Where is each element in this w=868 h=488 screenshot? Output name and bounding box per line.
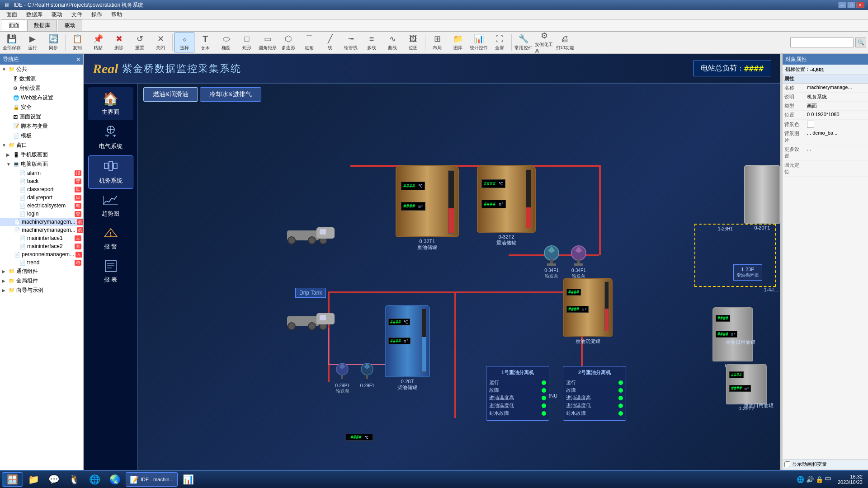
close-button[interactable]: ✕	[856, 2, 864, 8]
line-button[interactable]: ╱线	[320, 33, 340, 52]
tree-item-personnelmanage[interactable]: 📄 personnelmanagem... 人	[0, 250, 83, 258]
tree-item-classreport[interactable]: 📄 classreport 班	[0, 185, 83, 193]
sub-tab-cooling[interactable]: 冷却水&进排气	[200, 87, 261, 102]
taskbar-chrome[interactable]: 🌏	[105, 472, 125, 487]
bgcolor-swatch[interactable]	[807, 121, 814, 128]
anim-checkbox[interactable]	[784, 461, 790, 467]
tree-item-chuangkou[interactable]: ▼ 📁 窗口	[0, 141, 83, 150]
tab-database[interactable]: 数据库	[27, 19, 57, 31]
print-button[interactable]: 🖨打印功能	[555, 33, 575, 52]
arc-button[interactable]: ⌒弧形	[299, 33, 319, 52]
select-button[interactable]: ⬦选择	[175, 33, 194, 52]
tank-032T1[interactable]: #### ℃ #### m³ 0-32T1 重油储罐	[396, 165, 459, 251]
search-button[interactable]: 🔍	[855, 38, 866, 47]
tree-item-back[interactable]: 📄 back 背	[0, 177, 83, 185]
maximize-button[interactable]: □	[847, 2, 855, 8]
menu-file[interactable]: 文件	[67, 10, 87, 19]
tree-item-machinerymanage2[interactable]: 📄 machinerymanagem... 机	[0, 226, 83, 234]
common-tools-button[interactable]: 🔧常用控件	[514, 33, 533, 52]
sync-button[interactable]: 🔄同步	[43, 33, 63, 52]
nav-trend-chart[interactable]: 趋势图	[88, 190, 133, 222]
pump-034P1[interactable]: 0-34P1 输送泵	[570, 242, 588, 279]
tree-item-electricalsystem[interactable]: 📄 electricalsystem 电	[0, 202, 83, 210]
reset-button[interactable]: ↺重置	[130, 33, 150, 52]
rounded-rect-button[interactable]: ▭圆角矩形	[258, 33, 278, 52]
taskbar-penguin[interactable]: 🐧	[65, 472, 84, 487]
tree-item-maininterface1[interactable]: 📄 maininterface1 主	[0, 234, 83, 242]
tray-network-icon[interactable]: 🌐	[797, 476, 804, 483]
paste-button[interactable]: 📌粘贴	[88, 33, 108, 52]
polygon-button[interactable]: ⬡多边形	[278, 33, 298, 52]
tab-face[interactable]: 面面	[2, 19, 26, 31]
taskbar-qq[interactable]: 💬	[44, 472, 64, 487]
tree-item-login[interactable]: 📄 login 登	[0, 210, 83, 218]
taskbar-wps[interactable]: 📊	[179, 472, 198, 487]
ellipse-button[interactable]: ⬭椭圆	[216, 33, 236, 52]
multiline-button[interactable]: ≡多线	[362, 33, 382, 52]
tree-item-tongxin[interactable]: ▶ 📁 通信组件	[0, 267, 83, 276]
tray-security-icon[interactable]: 🔒	[816, 476, 823, 483]
nav-alarm[interactable]: 报 警	[88, 223, 133, 255]
rect-button[interactable]: □矩形	[237, 33, 257, 52]
tank-020T1[interactable]: 0-20T1	[744, 165, 780, 230]
bitmap-button[interactable]: 🖼位图	[403, 33, 423, 52]
pump-029F1[interactable]: 0-29F1	[359, 359, 375, 388]
minimize-button[interactable]: ─	[838, 2, 846, 8]
tray-input-icon[interactable]: 中	[825, 475, 831, 483]
nav-electrical-system[interactable]: 电气系统	[88, 121, 133, 155]
nav-report[interactable]: 报 表	[88, 256, 133, 288]
sub-tab-fuel[interactable]: 燃油&润滑油	[143, 87, 198, 102]
close-button[interactable]: ✕关闭	[151, 33, 170, 52]
taskbar-ie[interactable]: 🌐	[85, 472, 104, 487]
menu-database[interactable]: 数据库	[22, 10, 47, 19]
tree-item-machinerymanage1[interactable]: 📄 machinerymanagem... 机	[0, 218, 83, 226]
tree-item-shujuyuan[interactable]: 🗄 数据源	[0, 74, 83, 84]
taskbar-explorer[interactable]: 📁	[24, 472, 43, 487]
nav-main-interface[interactable]: 🏠 主界面	[88, 87, 133, 120]
text-button[interactable]: T文本	[195, 33, 215, 52]
tab-driver[interactable]: 驱动	[58, 19, 82, 31]
menu-operation[interactable]: 操作	[87, 10, 107, 19]
tree-item-qidong[interactable]: ⚙ 启动设置	[0, 84, 83, 93]
left-panel-close[interactable]: ✕	[76, 56, 80, 63]
copy-button[interactable]: 📋复制	[67, 33, 87, 52]
pump-034F1[interactable]: 0-34F1 输送泵	[542, 242, 561, 279]
nav-machinery-system[interactable]: 机务系统	[88, 155, 133, 189]
menu-face[interactable]: 面面	[2, 10, 22, 19]
tree-item-dailyreport[interactable]: 📄 dailyreport 日	[0, 193, 83, 202]
pump-029P1[interactable]: 0-29P1 输送泵	[335, 359, 350, 394]
tree-item-shouji[interactable]: ▶ 📱 手机版画面	[0, 150, 83, 160]
tree-item-maininterface2[interactable]: 📄 maininterface2 实	[0, 242, 83, 250]
pipe-button[interactable]: ╼绘管线	[341, 33, 361, 52]
tank-032T2[interactable]: #### ℃ #### m³ 0-32T2 重油储罐	[477, 165, 536, 246]
save-all-button[interactable]: 💾全部保存	[2, 33, 22, 52]
tank-033T[interactable]: #### #### m³ 重油沉淀罐	[563, 278, 613, 345]
tree-item-quanju[interactable]: ▶ 📁 全局组件	[0, 276, 83, 286]
library-button[interactable]: 📁图库	[448, 33, 468, 52]
instance-tools-button[interactable]: ⚙实例化工具	[534, 33, 554, 52]
stats-button[interactable]: 📊统计控件	[469, 33, 489, 52]
tank-035T1[interactable]: #### #### m³ 0-35T1	[712, 307, 753, 368]
tree-item-jiemian[interactable]: 🖼 画面设置	[0, 112, 83, 122]
menu-driver[interactable]: 驱动	[47, 10, 67, 19]
layout-button[interactable]: ⊞布局	[427, 33, 447, 52]
tray-sound-icon[interactable]: 🔊	[806, 476, 814, 483]
fullscreen-button[interactable]: ⛶全屏	[490, 33, 509, 52]
tree-item-daoyinshili[interactable]: ▶ 📁 向导与示例	[0, 286, 83, 295]
run-button[interactable]: ▶运行	[23, 33, 42, 52]
tree-item-jiaoben[interactable]: 📝 脚本与变量	[0, 122, 83, 131]
delete-button[interactable]: ✖删除	[109, 33, 129, 52]
start-button[interactable]: 🪟	[2, 472, 23, 487]
tree-item-trend[interactable]: 📄 trend 趋	[0, 258, 83, 267]
tank-028T[interactable]: #### ℃ #### m³ 0-28T 柴油储罐	[385, 305, 430, 391]
menu-help[interactable]: 帮助	[107, 10, 127, 19]
tree-item-web[interactable]: 🌐 Web发布设置	[0, 93, 83, 103]
tree-item-alarm[interactable]: 📄 alarm 报	[0, 169, 83, 177]
tree-item-diannao[interactable]: ▼ 💻 电脑版画面	[0, 160, 83, 169]
tree-item-moban[interactable]: 📄 模板	[0, 131, 83, 141]
search-input[interactable]	[790, 38, 854, 47]
tree-item-gong[interactable]: ▼ 📁 公共	[0, 65, 83, 74]
tree-item-anquan[interactable]: 🔒 安全	[0, 103, 83, 112]
taskbar-ide-app[interactable]: 📝 IDE - machin...	[126, 472, 178, 487]
curve-button[interactable]: ∿曲线	[382, 33, 402, 52]
